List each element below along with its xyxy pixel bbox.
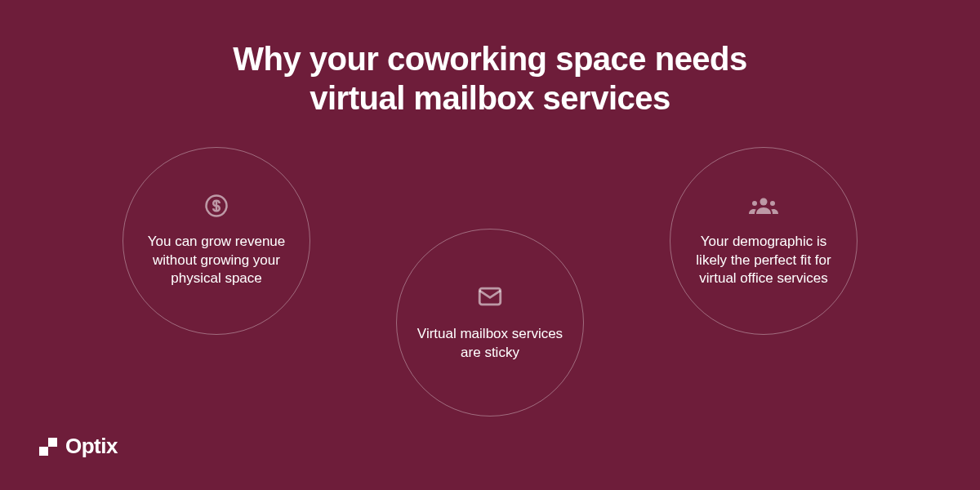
benefit-label: Your demographic is likely the perfect f… (690, 233, 837, 289)
benefit-label: Virtual mailbox services are sticky (416, 325, 564, 363)
heading-line-2: virtual mailbox services (310, 80, 670, 116)
svg-point-3 (752, 201, 757, 206)
benefit-circle-sticky: Virtual mailbox services are sticky (396, 229, 584, 416)
page-title: Why your coworking space needs virtual m… (0, 0, 980, 118)
brand-logo: Optix (39, 434, 118, 459)
heading-line-1: Why your coworking space needs (233, 41, 747, 77)
brand-name: Optix (65, 434, 118, 459)
benefit-circle-revenue: You can grow revenue without growing you… (122, 147, 310, 335)
dollar-icon (204, 194, 229, 218)
svg-point-2 (760, 198, 768, 205)
benefit-circle-demographic: Your demographic is likely the perfect f… (670, 147, 858, 335)
benefit-circles: You can grow revenue without growing you… (0, 131, 980, 441)
mail-icon (476, 283, 504, 310)
benefit-label: You can grow revenue without growing you… (143, 233, 290, 289)
svg-point-4 (770, 201, 775, 206)
brand-mark-icon (39, 438, 57, 456)
people-icon (747, 194, 780, 218)
